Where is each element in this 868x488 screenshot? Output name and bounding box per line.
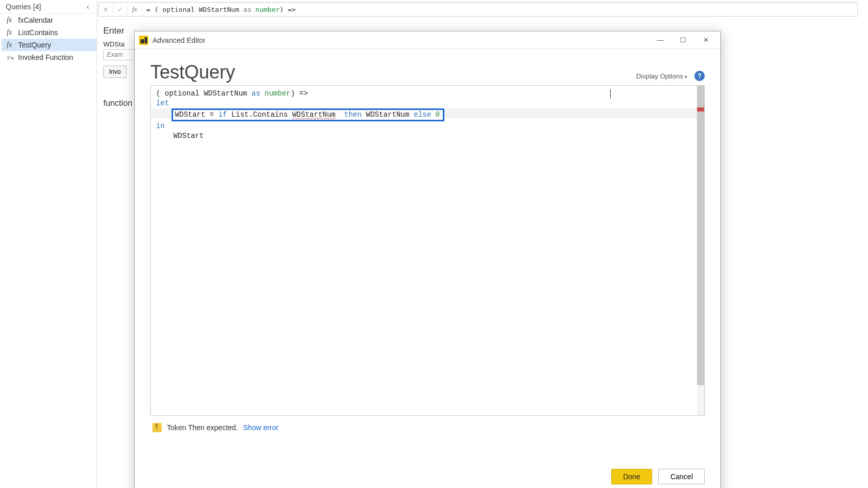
fx-icon: fx <box>7 28 15 37</box>
dialog-footer: Done Cancel <box>611 469 705 484</box>
close-icon[interactable]: ✕ <box>694 33 717 48</box>
editor-scrollbar[interactable] <box>697 86 704 415</box>
query-label: TestQuery <box>18 41 51 49</box>
warning-icon <box>152 423 162 432</box>
formula-bar: ✕ ✓ fx = ( optional WDStartNum as number… <box>98 2 858 17</box>
scrollbar-thumb[interactable] <box>697 86 704 385</box>
code-line[interactable]: in <box>156 121 692 131</box>
error-token: WDStartNum <box>292 111 335 119</box>
cancel-formula-icon[interactable]: ✕ <box>99 3 113 16</box>
formula-area: ✕ ✓ fx = ( optional WDStartNum as number… <box>98 0 858 19</box>
queries-panel: Queries [4] ‹ fx fxCalendar fx ListConta… <box>2 0 97 488</box>
code-editor[interactable]: ( optional WDStartNum as number) => let … <box>150 85 705 416</box>
invoke-button[interactable]: Invo <box>103 66 127 78</box>
code-line[interactable]: ( optional WDStartNum as number) => <box>156 89 692 99</box>
minimize-icon[interactable]: — <box>649 33 672 48</box>
fx-icon: fx <box>7 41 15 49</box>
maximize-icon[interactable]: ☐ <box>672 33 694 48</box>
queries-title: Queries [4] <box>6 3 41 11</box>
queries-header: Queries [4] ‹ <box>2 0 97 14</box>
show-error-link[interactable]: Show error <box>243 423 278 432</box>
code-line[interactable]: WDStart = if List.Contains WDStartNum th… <box>156 108 692 121</box>
cancel-button[interactable]: Cancel <box>658 469 705 484</box>
display-options-dropdown[interactable]: Display Options <box>636 72 687 80</box>
advanced-editor-dialog: Advanced Editor — ☐ ✕ TestQuery Display … <box>134 31 721 488</box>
error-bar: Token Then expected. Show error <box>150 419 705 436</box>
dialog-title: Advanced Editor <box>152 36 649 44</box>
number-icon: 1²₃ <box>7 54 15 61</box>
collapse-panel-icon[interactable]: ‹ <box>83 2 92 11</box>
query-label: ListContains <box>18 28 58 37</box>
scrollbar-error-marker[interactable] <box>697 107 704 112</box>
done-button[interactable]: Done <box>611 469 652 484</box>
powerbi-icon <box>139 36 148 45</box>
help-icon[interactable]: ? <box>694 71 705 81</box>
query-label: fxCalendar <box>18 16 53 24</box>
fx-icon[interactable]: fx <box>128 3 142 16</box>
query-item-testquery[interactable]: fx TestQuery <box>2 39 97 51</box>
text-cursor <box>610 89 611 98</box>
query-item-listcontains[interactable]: fx ListContains <box>2 26 97 39</box>
selection-highlight: WDStart = if List.Contains WDStartNum th… <box>172 108 445 121</box>
dialog-titlebar[interactable]: Advanced Editor — ☐ ✕ <box>135 32 720 49</box>
code-line[interactable]: let <box>156 99 692 108</box>
query-item-invoked[interactable]: 1²₃ Invoked Function <box>2 51 97 64</box>
query-item-fxcalendar[interactable]: fx fxCalendar <box>2 14 97 26</box>
query-label: Invoked Function <box>18 53 73 61</box>
formula-text[interactable]: = ( optional WDStartNum as number) => <box>142 6 857 13</box>
error-message: Token Then expected. <box>167 423 238 432</box>
commit-formula-icon[interactable]: ✓ <box>113 3 128 16</box>
fx-icon: fx <box>7 16 15 24</box>
code-line[interactable]: WDStart <box>156 131 692 141</box>
